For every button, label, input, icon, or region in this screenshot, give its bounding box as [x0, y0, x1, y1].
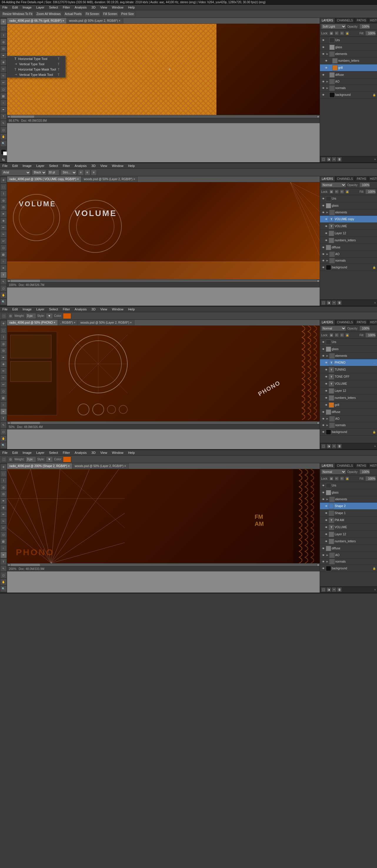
path-select-tool-3[interactable]: ↖	[0, 422, 7, 428]
scroll-left[interactable]: ◀	[7, 115, 10, 118]
layer-urs-1[interactable]: 👁 Urs	[320, 37, 377, 44]
lock-all[interactable]: 🔒	[345, 31, 349, 35]
eye-numbers-2[interactable]: 👁	[324, 238, 328, 243]
new-adj-btn-2[interactable]: ◑	[326, 301, 331, 305]
opacity-input-1[interactable]	[359, 24, 370, 29]
menu-view-4[interactable]: View	[99, 451, 109, 455]
font-size-input[interactable]	[48, 169, 59, 176]
layer-diffuse-2[interactable]: 👁 diffuse	[320, 244, 377, 251]
menu-filter-4[interactable]: Filter	[61, 451, 71, 455]
spot-heal-tool-3[interactable]: ⊕	[0, 361, 7, 367]
move-tool-2[interactable]: ✛	[0, 177, 7, 183]
menu-3d-4[interactable]: 3D	[90, 451, 97, 455]
eye-ao-3[interactable]: 👁	[321, 417, 325, 421]
menu-edit-2[interactable]: Edit	[11, 164, 19, 168]
lock-move-3[interactable]: ✛	[340, 333, 344, 337]
eye-urs-2[interactable]: 👁	[321, 197, 325, 201]
layer-elements-2[interactable]: 👁 ▶ ⬚ elements	[320, 209, 377, 216]
canvas-tab-woods-2[interactable]: woods.psd @ 50% (Layer 2, RGB/8*) ×	[82, 176, 138, 182]
layer-normals-2[interactable]: 👁 ▶ ⬚ normals	[320, 257, 377, 264]
style-dropdown-4[interactable]: ▼	[46, 457, 53, 462]
move-tool[interactable]: ✛	[0, 19, 7, 25]
resize-windows-btn-3[interactable]: ⬚	[1, 313, 7, 319]
menu-help-2[interactable]: Help	[127, 164, 136, 168]
align-center-btn[interactable]: ≡	[84, 169, 90, 176]
eye-glass-3[interactable]: 👁	[321, 347, 325, 351]
menu-analysis-2[interactable]: Analysis	[74, 164, 88, 168]
anti-alias-select[interactable]: Stro...	[61, 169, 77, 176]
pen-tool-4[interactable]: ✒	[0, 552, 7, 558]
fill-input-1[interactable]	[365, 31, 376, 36]
zoom-all-btn[interactable]: Zoom All Windows	[35, 11, 62, 17]
eye-urs-1[interactable]: 👁	[321, 38, 325, 42]
layer-ao-2[interactable]: 👁 ▶ ⬚ AO	[320, 251, 377, 257]
menu-layer[interactable]: Layer	[35, 5, 46, 9]
scrollbar-thumb-2[interactable]	[10, 280, 40, 282]
eyedropper-tool-2[interactable]: ✒	[0, 211, 7, 217]
fill-input-4[interactable]	[365, 476, 376, 481]
crop-tool-3[interactable]: ⊡	[0, 347, 7, 354]
layer-toneoff-3[interactable]: 👁 T TONE OFF	[320, 373, 377, 380]
menu-view[interactable]: View	[99, 5, 109, 9]
layer-numbers-1[interactable]: 👁 numbers_letters	[320, 57, 377, 64]
menu-analysis-4[interactable]: Analysis	[74, 451, 88, 455]
new-group-btn-1[interactable]: ⬚	[321, 157, 326, 162]
shape-tool-4[interactable]: ◻	[0, 572, 7, 579]
layer-volume-3[interactable]: 👁 T VOLUME	[320, 380, 377, 388]
foreground-color[interactable]	[1, 149, 6, 155]
dodge-tool-2[interactable]: ○	[0, 258, 7, 265]
scrollbar-thumb-4[interactable]	[10, 564, 40, 566]
scroll-right-2[interactable]: ▶	[317, 280, 320, 282]
layer-phono-3[interactable]: 👁 T PHONO ...	[320, 359, 377, 366]
eye-volume-copy-2[interactable]: 👁	[324, 217, 328, 221]
new-group-btn-4[interactable]: ⬚	[321, 587, 326, 592]
eye-layer12-3[interactable]: 👁	[324, 389, 328, 393]
tab-history-3[interactable]: HISTORY	[368, 320, 377, 325]
layer-elements-3[interactable]: 👁 ▶ ⬚ elements	[320, 353, 377, 359]
menu-file-4[interactable]: File	[1, 451, 9, 455]
new-layer-btn-4[interactable]: +	[332, 587, 337, 592]
layer-normals-1[interactable]: 👁 ▶ ⬚ normals	[320, 85, 377, 91]
layer-diffuse-1[interactable]: 👁 diffuse	[320, 71, 377, 79]
tab-history-4[interactable]: HISTORY	[368, 463, 377, 468]
context-vertical-type[interactable]: T Vertical Type Tool T	[7, 61, 65, 67]
h-scrollbar-2[interactable]: ◀ ▶	[7, 279, 320, 282]
blend-mode-select-1[interactable]: Soft Light	[321, 24, 346, 29]
eye-background-1[interactable]: 👁	[321, 93, 325, 97]
canvas-image-3[interactable]: PHONO	[7, 326, 320, 421]
menu-file-3[interactable]: File	[1, 307, 9, 311]
menu-window-2[interactable]: Window	[111, 164, 125, 168]
lock-transparency-3[interactable]: ▦	[329, 333, 334, 337]
lasso-tool-2[interactable]: ⌇	[0, 190, 7, 197]
fill-input-2[interactable]	[365, 189, 376, 194]
lock-all-3[interactable]: 🔒	[345, 333, 349, 337]
eraser-tool[interactable]: ◻	[0, 86, 7, 93]
eye-numbers-3[interactable]: 👁	[324, 396, 328, 400]
layer-glass-3[interactable]: 👁 glass	[320, 346, 377, 353]
type-tool-2[interactable]: T	[0, 272, 7, 278]
layer-background-1[interactable]: 👁 background 🔒	[320, 91, 377, 98]
quick-select-tool-3[interactable]: ◎	[0, 341, 7, 347]
opacity-input-2[interactable]	[359, 182, 370, 188]
eye-layer12-2[interactable]: 👁	[324, 231, 328, 236]
h-scrollbar-4[interactable]: ◀ ▶	[7, 563, 320, 566]
eye-elements-2[interactable]: 👁	[321, 211, 325, 215]
menu-file-2[interactable]: File	[1, 164, 9, 168]
eye-ao-4[interactable]: 👁	[321, 553, 325, 557]
layer-urs-2[interactable]: 👁 Urs	[320, 195, 377, 202]
lock-transparency[interactable]: ▦	[329, 31, 334, 35]
gradient-tool[interactable]: ▨	[0, 93, 7, 99]
gradient-tool-2[interactable]: ▨	[0, 251, 7, 258]
layer-normals-3[interactable]: 👁 ▶ ⬚ normals	[320, 422, 377, 429]
eye-glass-1[interactable]: 👁	[321, 45, 325, 50]
eye-grill-1[interactable]: 👁	[324, 66, 328, 70]
layer-numbers-3[interactable]: 👁 numbers_letters	[320, 395, 377, 402]
eye-ao-1[interactable]: 👁	[321, 80, 325, 84]
menu-view-2[interactable]: View	[99, 164, 109, 168]
layer-numbers-4[interactable]: 👁 numbers_letters	[320, 538, 377, 545]
crop-tool-2[interactable]: ⊡	[0, 204, 7, 211]
layer-volume-copy-2[interactable]: 👁 T VOLUME copy	[320, 216, 377, 223]
context-horizontal-type[interactable]: T Horizontal Type Tool T	[7, 56, 65, 61]
brush-tool-3[interactable]: ✏	[0, 368, 7, 374]
zoom-tool-4[interactable]: 🔍	[0, 586, 7, 592]
